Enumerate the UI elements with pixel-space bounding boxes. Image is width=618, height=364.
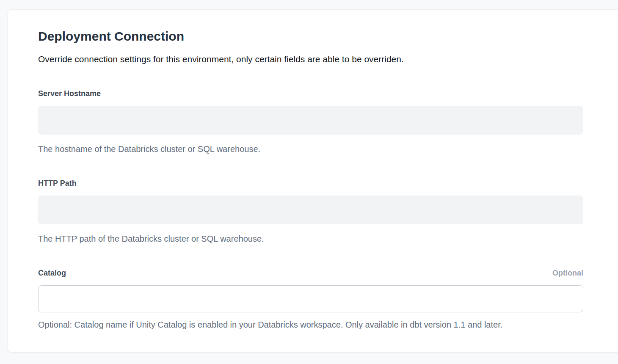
server-hostname-help: The hostname of the Databricks cluster o… xyxy=(38,144,583,154)
card-content: Deployment Connection Override connectio… xyxy=(8,10,583,330)
http-path-help: The HTTP path of the Databricks cluster … xyxy=(38,234,583,244)
page-title: Deployment Connection xyxy=(38,29,583,44)
server-hostname-label: Server Hostname xyxy=(38,89,101,99)
deployment-connection-card: Deployment Connection Override connectio… xyxy=(8,9,618,353)
catalog-input[interactable] xyxy=(38,285,583,312)
catalog-help: Optional: Catalog name if Unity Catalog … xyxy=(38,320,583,330)
field-http-path: HTTP Path The HTTP path of the Databrick… xyxy=(38,179,583,244)
http-path-input xyxy=(38,196,583,224)
page-background: Deployment Connection Override connectio… xyxy=(0,0,618,364)
page-subtitle: Override connection settings for this en… xyxy=(38,54,583,65)
http-path-label-row: HTTP Path xyxy=(38,179,583,188)
field-server-hostname: Server Hostname The hostname of the Data… xyxy=(38,89,583,154)
http-path-label: HTTP Path xyxy=(38,179,77,188)
server-hostname-label-row: Server Hostname xyxy=(38,89,583,99)
catalog-optional-badge: Optional xyxy=(552,268,583,278)
catalog-label: Catalog xyxy=(38,268,66,278)
server-hostname-input xyxy=(38,106,583,135)
catalog-label-row: Catalog Optional xyxy=(38,268,583,278)
field-catalog: Catalog Optional Optional: Catalog name … xyxy=(38,268,583,330)
